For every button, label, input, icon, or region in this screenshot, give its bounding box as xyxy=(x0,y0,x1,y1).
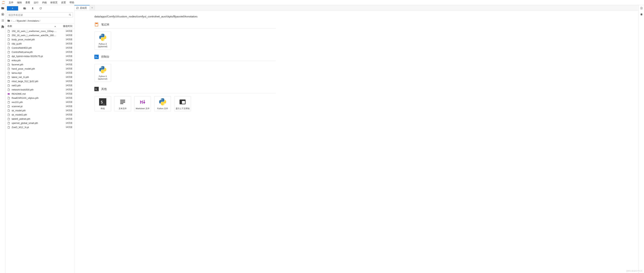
file-icon xyxy=(7,80,10,83)
card-label: Python 3(ipykernel) xyxy=(98,75,107,80)
menu-item[interactable]: 文件 xyxy=(7,0,15,5)
section-console: 控制台 Python 3(ipykernel) xyxy=(94,55,276,82)
file-row[interactable]: upernet_global_small.pth14天前 xyxy=(6,121,74,125)
filter-input[interactable] xyxy=(7,12,73,18)
refresh-icon[interactable] xyxy=(39,7,42,10)
file-row[interactable]: 250_16_swin_l_oneformer_ade20k_160…14天前 xyxy=(6,33,74,38)
card-label: 文本文件 xyxy=(119,107,127,110)
breadcrumb-item[interactable]: lllyasviel xyxy=(17,20,26,22)
file-icon xyxy=(7,76,10,79)
breadcrumb-item[interactable]: Annotators xyxy=(28,20,39,22)
file-row[interactable]: lama.ckpt14天前 xyxy=(6,71,74,75)
menu-item[interactable]: 标签页 xyxy=(49,0,59,5)
file-icon xyxy=(7,105,10,108)
section-notebook: 笔记本 Python 3(ipykernel) xyxy=(94,22,276,50)
new-folder-icon[interactable] xyxy=(23,7,26,10)
file-row[interactable]: body_pose_model.pth14天前 xyxy=(6,38,74,42)
property-inspector-icon[interactable] xyxy=(640,7,643,10)
file-row[interactable]: res101.pth14天前 xyxy=(6,100,74,104)
file-row[interactable]: scannet.pt14天前 xyxy=(6,104,74,108)
upload-icon[interactable] xyxy=(31,7,34,10)
other-section-icon: $_ xyxy=(94,87,99,91)
file-name: sk_model2.pth xyxy=(12,113,60,116)
section-title: 笔记本 xyxy=(101,23,110,26)
menu-item[interactable]: 帮助 xyxy=(68,0,76,5)
file-row[interactable]: network-bsds500.pth14天前 xyxy=(6,88,74,92)
launcher: data/apps/ComfyUI/custom_nodes/comfyui_c… xyxy=(74,11,638,273)
file-icon xyxy=(7,113,10,116)
file-row[interactable]: facenet.pth14天前 xyxy=(6,63,74,67)
svg-text:$_: $_ xyxy=(95,88,98,90)
jupyter-logo xyxy=(2,1,6,5)
file-row[interactable]: netG.pth14天前 xyxy=(6,83,74,88)
file-row[interactable]: README.md14天前 xyxy=(6,92,74,96)
tab-bar: 启动页 + xyxy=(74,5,638,11)
search-icon xyxy=(69,14,71,16)
section-title: 控制台 xyxy=(101,55,110,59)
right-sidebar xyxy=(638,5,644,273)
file-row[interactable]: sk_model.pth14天前 xyxy=(6,108,74,113)
file-row[interactable]: mlsd_large_512_fp32.pth14天前 xyxy=(6,79,74,83)
launcher-card[interactable]: 显示上下文帮助 xyxy=(174,96,191,111)
menu-item[interactable]: 内核 xyxy=(40,0,49,5)
file-row[interactable]: clip_g.pth14天前 xyxy=(6,42,74,46)
file-row[interactable]: dpt_hybrid-midas-501f0c75.pt14天前 xyxy=(6,54,74,58)
file-icon xyxy=(7,126,10,129)
file-icon xyxy=(7,55,10,58)
file-modified: 14天前 xyxy=(60,38,72,41)
header-name[interactable]: 名称▲ xyxy=(6,24,58,29)
menu-item[interactable]: 设置 xyxy=(59,0,68,5)
header-modified[interactable]: 修改时间 xyxy=(58,24,74,29)
file-modified: 14天前 xyxy=(60,59,72,62)
file-row[interactable]: hand_pose_model.pth14天前 xyxy=(6,67,74,71)
add-tab-button[interactable]: + xyxy=(90,5,95,10)
menu-item[interactable]: 编辑 xyxy=(15,0,24,5)
svg-point-15 xyxy=(641,8,642,9)
file-name: ControlNetLama.pth xyxy=(12,51,60,53)
folder-icon[interactable] xyxy=(7,19,10,22)
file-name: mlsd_large_512_fp32.pth xyxy=(12,80,60,83)
file-name: lama.ckpt xyxy=(12,72,60,74)
file-modified: 14天前 xyxy=(60,46,72,49)
file-row[interactable]: ControlNetLama.pth14天前 xyxy=(6,50,74,54)
launcher-card[interactable]: Markdown 文件 xyxy=(134,96,151,111)
launcher-card[interactable]: Python 文件 xyxy=(154,96,171,111)
file-row[interactable]: erika.pth14天前 xyxy=(6,58,74,63)
file-modified: 14天前 xyxy=(60,96,72,100)
file-row[interactable]: table5_pidinet.pth14天前 xyxy=(6,117,74,121)
file-icon xyxy=(7,97,10,100)
launcher-card[interactable]: $_终端 xyxy=(94,96,111,111)
file-row[interactable]: 150_16_swin_l_oneformer_coco_100ep….14天前 xyxy=(6,29,74,33)
file-browser-toolbar xyxy=(6,5,74,12)
file-modified: 14天前 xyxy=(60,42,72,45)
markdown-icon xyxy=(139,98,146,106)
file-icon xyxy=(7,122,10,125)
file-modified: 14天前 xyxy=(60,76,72,79)
toc-icon[interactable] xyxy=(1,19,4,22)
file-name: table5_pidinet.pth xyxy=(12,118,60,120)
sort-caret-icon: ▲ xyxy=(54,25,56,27)
menu-item[interactable]: 查看 xyxy=(24,0,32,5)
new-launcher-button[interactable] xyxy=(7,6,18,11)
breadcrumb-item[interactable]: … xyxy=(12,20,15,22)
card-label: Python 3(ipykernel) xyxy=(98,43,107,48)
extensions-icon[interactable] xyxy=(1,25,4,28)
file-row[interactable]: RealESRGAN_x4plus.pth14天前 xyxy=(6,96,74,100)
launcher-card[interactable]: Python 3(ipykernel) xyxy=(94,32,111,50)
file-row[interactable]: ControlNetHED.pth14天前 xyxy=(6,46,74,50)
file-row[interactable]: sk_model2.pth14天前 xyxy=(6,113,74,117)
debugger-icon[interactable] xyxy=(640,13,643,16)
running-icon[interactable] xyxy=(1,13,4,16)
folder-icon[interactable] xyxy=(1,7,4,10)
launcher-card[interactable]: 文本文件 xyxy=(114,96,131,111)
file-name: 250_16_swin_l_oneformer_ade20k_160… xyxy=(12,34,60,37)
card-label: Python 文件 xyxy=(157,107,168,110)
file-row[interactable]: ZoeD_M12_N.pt14天前 xyxy=(6,125,74,129)
file-name: ZoeD_M12_N.pt xyxy=(12,126,60,129)
tab-launcher[interactable]: 启动页 xyxy=(74,5,90,10)
launcher-card[interactable]: Python 3(ipykernel) xyxy=(94,64,111,82)
launcher-path: data/apps/ComfyUI/custom_nodes/comfyui_c… xyxy=(94,15,276,18)
menu-item[interactable]: 运行 xyxy=(32,0,40,5)
file-row[interactable]: latest_net_G.pth14天前 xyxy=(6,75,74,79)
menubar: 文件编辑查看运行内核标签页设置帮助 xyxy=(0,0,644,5)
